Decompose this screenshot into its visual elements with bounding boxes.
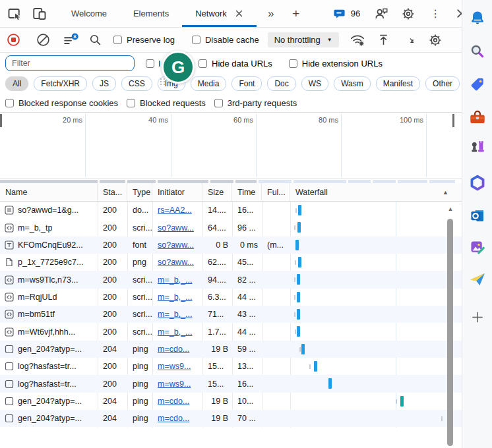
initiator-link[interactable]: so?aww... — [158, 240, 194, 250]
network-request-row[interactable]: gen_204?atyp=...204pingm=cdo...19 B59 ..… — [0, 341, 462, 358]
toolbox-icon[interactable] — [468, 109, 486, 126]
new-tab-icon[interactable]: + — [288, 6, 304, 22]
request-name-cell[interactable]: m=bm51tf — [0, 310, 98, 319]
initiator-link[interactable]: m=cdo... — [158, 345, 189, 354]
outlook-icon[interactable] — [468, 207, 486, 225]
type-filter-chip-all[interactable]: All — [5, 76, 28, 91]
request-name-cell[interactable]: m=ws9Tlc,n73... — [0, 275, 98, 285]
request-name-cell[interactable]: gen_204?atyp=... — [0, 414, 98, 423]
type-filter-chip-manifest[interactable]: Manifest — [376, 76, 420, 91]
overview-drag-handle[interactable] — [452, 114, 454, 127]
inspect-element-icon[interactable] — [7, 6, 22, 22]
network-request-row[interactable]: gen_204?atyp=...204pingm=cdo...19 B10... — [0, 393, 462, 410]
image-creator-icon[interactable] — [468, 238, 486, 256]
games-chess-icon[interactable] — [468, 138, 486, 155]
type-filter-chip-wasm[interactable]: Wasm — [334, 76, 371, 91]
request-name-cell[interactable]: KFOmCnqEu92... — [0, 240, 98, 250]
request-name-cell[interactable]: gen_204?atyp=... — [0, 345, 98, 354]
column-header-sta[interactable]: Sta... — [98, 183, 127, 201]
request-name-cell[interactable]: log?hasfast=tr... — [0, 379, 98, 389]
customize-sidebar-plus-icon[interactable] — [470, 310, 485, 325]
tab-network[interactable]: Network — [182, 0, 257, 27]
network-request-row[interactable]: m=bm51tf200scri...m=_b,_...71...43 ... — [0, 306, 462, 323]
type-filter-chip-js[interactable]: JS — [92, 76, 116, 91]
column-header-initiator[interactable]: Initiator — [152, 183, 202, 201]
network-request-row[interactable]: so?awwd=1&g...200do...rs=AA2...14....16.… — [0, 202, 462, 219]
export-har-icon[interactable] — [404, 32, 420, 48]
shopping-tag-icon[interactable] — [469, 76, 486, 93]
more-options-icon[interactable]: ⋮ — [427, 6, 443, 22]
notifications-bell-icon[interactable] — [468, 9, 486, 27]
microsoft-365-icon[interactable] — [468, 174, 486, 192]
table-scrollbar[interactable]: ▲ — [446, 202, 455, 448]
column-header-waterfall[interactable]: Waterfall▲ — [290, 183, 462, 201]
overview-drag-handle[interactable] — [0, 114, 2, 127]
preserve-log-checkbox[interactable] — [113, 36, 122, 44]
column-header-time[interactable]: Time — [232, 183, 262, 201]
more-tabs-icon[interactable]: » — [263, 6, 279, 22]
network-request-row[interactable]: m=_b,_tp200scri...so?aww...64....96 ... — [0, 219, 462, 236]
initiator-link[interactable]: m=ws9... — [158, 379, 191, 389]
initiator-link[interactable]: m=_b,_... — [158, 310, 192, 319]
type-filter-chip-font[interactable]: Font — [231, 76, 262, 91]
type-filter-chip-css[interactable]: CSS — [121, 76, 152, 91]
request-name-cell[interactable]: m=_b,_tp — [0, 223, 98, 233]
hide-extension-urls-checkbox[interactable] — [289, 59, 297, 68]
invert-checkbox[interactable] — [146, 59, 154, 68]
sort-ascending-icon[interactable]: ▲ — [443, 189, 448, 196]
filter-toggle-icon[interactable] — [63, 32, 79, 48]
network-settings-gear-icon[interactable] — [427, 32, 443, 48]
scrollbar-thumb[interactable] — [447, 219, 453, 446]
network-request-row[interactable]: m=Wt6vjf,hhh...200scri...m=_b,_...1.7...… — [0, 323, 462, 340]
record-network-log-icon[interactable] — [5, 32, 21, 48]
chat-badge[interactable]: 96 — [332, 6, 360, 22]
network-request-row[interactable]: log?hasfast=tr...200pingm=ws9...15...13.… — [0, 358, 462, 375]
request-name-cell[interactable]: log?hasfast=tr... — [0, 362, 98, 371]
import-har-icon[interactable] — [376, 32, 392, 48]
initiator-link[interactable]: rs=AA2... — [158, 206, 192, 215]
network-request-row[interactable]: m=RqjULd200scri...m=_b,_...6.3...44 ... — [0, 289, 462, 306]
filter-input[interactable] — [5, 55, 135, 71]
blocked-response-cookies-checkbox[interactable] — [5, 99, 14, 107]
initiator-link[interactable]: m=_b,_... — [158, 293, 192, 302]
initiator-link[interactable]: so?aww... — [158, 223, 194, 233]
drop-paper-plane-icon[interactable] — [468, 270, 486, 288]
3rd-party-requests-checkbox[interactable] — [214, 99, 223, 107]
grammarly-drag-handle-icon[interactable] — [160, 78, 166, 85]
network-request-row[interactable]: gen_204?atyp=...204pingm=cdo...19 B70 ..… — [0, 410, 462, 427]
type-filter-chip-media[interactable]: Media — [191, 76, 227, 91]
column-header-type[interactable]: Type — [127, 183, 152, 201]
search-icon[interactable] — [469, 43, 486, 60]
initiator-link[interactable]: m=ws9... — [158, 362, 191, 371]
hide-data-urls-checkbox[interactable] — [199, 59, 207, 68]
request-name-cell[interactable]: m=RqjULd — [0, 293, 98, 302]
network-request-row[interactable]: p_1x_7725e9c7...200pngso?aww...62....45.… — [0, 254, 462, 271]
clear-network-log-icon[interactable] — [35, 32, 51, 48]
disable-cache-checkbox[interactable] — [192, 36, 200, 44]
tab-elements[interactable]: Elements — [120, 0, 182, 27]
scroll-up-icon[interactable]: ▲ — [446, 206, 455, 212]
initiator-link[interactable]: m=_b,_... — [158, 275, 192, 285]
blocked-requests-checkbox[interactable] — [127, 99, 135, 107]
tab-welcome[interactable]: Welcome — [58, 0, 120, 27]
type-filter-chip-other[interactable]: Other — [425, 76, 460, 91]
request-name-cell[interactable]: gen_204?atyp=... — [0, 397, 98, 406]
network-request-row[interactable]: KFOmCnqEu92...200fontso?aww...0 B0 ms(m.… — [0, 237, 462, 254]
overview-timeline[interactable]: 20 ms40 ms60 ms80 ms100 ms — [0, 112, 462, 179]
search-icon[interactable] — [87, 32, 103, 48]
column-header-size[interactable]: Size — [202, 183, 232, 201]
network-overview[interactable]: 20 ms40 ms60 ms80 ms100 ms — [0, 112, 462, 183]
throttling-dropdown[interactable]: No throttling ▼ — [268, 32, 339, 47]
initiator-link[interactable]: m=cdo... — [158, 397, 189, 406]
request-name-cell[interactable]: so?awwd=1&g... — [0, 206, 98, 215]
initiator-link[interactable]: m=_b,_... — [158, 327, 192, 337]
device-toolbar-icon[interactable] — [32, 6, 47, 22]
feedback-icon[interactable] — [373, 6, 389, 22]
network-request-row[interactable]: m=ws9Tlc,n73...200scri...m=_b,_...94....… — [0, 271, 462, 288]
grammarly-widget[interactable]: G — [162, 51, 195, 84]
column-header-ful[interactable]: Ful... — [262, 183, 290, 201]
settings-gear-icon[interactable] — [400, 6, 416, 22]
close-tab-icon[interactable] — [235, 9, 243, 18]
initiator-link[interactable]: m=cdo... — [158, 414, 189, 423]
type-filter-chip-ws[interactable]: WS — [301, 76, 328, 91]
